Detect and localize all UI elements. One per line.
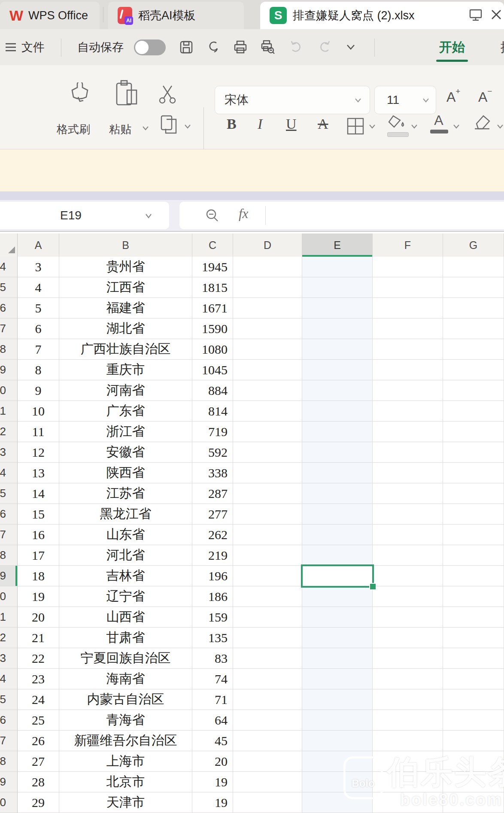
cell-C22[interactable]: 135 (192, 628, 233, 648)
row-header-19[interactable]: 19 (0, 566, 18, 586)
cell-D30[interactable] (233, 792, 302, 813)
font-size-chevron-icon[interactable] (422, 97, 430, 103)
cell-G9[interactable] (443, 360, 504, 380)
cell-B6[interactable]: 福建省 (59, 298, 192, 319)
cell-C29[interactable]: 19 (192, 772, 233, 792)
cell-B5[interactable]: 江西省 (59, 277, 192, 298)
strikethrough-button[interactable]: A (318, 116, 328, 132)
cell-A17[interactable]: 16 (18, 525, 59, 545)
cell-E6[interactable] (302, 298, 373, 319)
cell-D26[interactable] (233, 710, 302, 731)
cell-E25[interactable] (302, 689, 373, 710)
row-header-21[interactable]: 21 (0, 607, 18, 628)
cell-F23[interactable] (373, 648, 443, 669)
cell-G20[interactable] (443, 586, 504, 607)
fill-color-chevron-icon[interactable] (410, 124, 418, 130)
formula-input[interactable]: fx (179, 202, 504, 229)
ribbon-tab-next-partial[interactable]: 插入 (501, 39, 504, 56)
font-size-combo[interactable]: 11 (374, 86, 436, 114)
row-header-23[interactable]: 23 (0, 648, 18, 669)
cell-D24[interactable] (233, 669, 302, 689)
cell-A13[interactable]: 12 (18, 442, 59, 463)
borders-icon[interactable] (345, 116, 366, 137)
cell-E20[interactable] (302, 586, 373, 607)
cell-B29[interactable]: 北京市 (59, 772, 192, 792)
row-header-20[interactable]: 20 (0, 586, 18, 607)
cell-E22[interactable] (302, 628, 373, 648)
cell-F8[interactable] (373, 339, 443, 360)
cell-A4[interactable]: 3 (18, 257, 59, 277)
cell-D20[interactable] (233, 586, 302, 607)
tab-docer[interactable]: AI 稻壳AI模板 (108, 2, 244, 29)
cell-B13[interactable]: 安徽省 (59, 442, 192, 463)
cell-C18[interactable]: 219 (192, 545, 233, 566)
cell-D23[interactable] (233, 648, 302, 669)
increase-font-button[interactable]: A+ (446, 89, 460, 105)
cell-A8[interactable]: 7 (18, 339, 59, 360)
selection-box[interactable] (301, 564, 374, 588)
cell-B12[interactable]: 浙江省 (59, 422, 192, 442)
row-header-7[interactable]: 7 (0, 319, 18, 339)
cell-F21[interactable] (373, 607, 443, 628)
cell-G29[interactable] (443, 772, 504, 792)
cell-F12[interactable] (373, 422, 443, 442)
cell-D4[interactable] (233, 257, 302, 277)
cell-C11[interactable]: 814 (192, 401, 233, 422)
cell-G22[interactable] (443, 628, 504, 648)
fill-handle[interactable] (369, 583, 376, 590)
cell-D16[interactable] (233, 504, 302, 525)
cell-C25[interactable]: 71 (192, 689, 233, 710)
close-icon[interactable] (488, 6, 504, 23)
cell-E27[interactable] (302, 731, 373, 751)
cell-A24[interactable]: 23 (18, 669, 59, 689)
italic-button[interactable]: I (258, 116, 262, 132)
row-header-16[interactable]: 16 (0, 504, 18, 525)
cell-F7[interactable] (373, 319, 443, 339)
cell-A5[interactable]: 4 (18, 277, 59, 298)
cell-F20[interactable] (373, 586, 443, 607)
cell-F6[interactable] (373, 298, 443, 319)
cell-B7[interactable]: 湖北省 (59, 319, 192, 339)
name-box-chevron-icon[interactable] (144, 213, 153, 219)
cell-B4[interactable]: 贵州省 (59, 257, 192, 277)
cell-A6[interactable]: 5 (18, 298, 59, 319)
format-painter-label[interactable]: 格式刷 (57, 122, 90, 137)
cell-C4[interactable]: 1945 (192, 257, 233, 277)
copy-chevron-icon[interactable] (184, 124, 191, 130)
cell-B22[interactable]: 甘肃省 (59, 628, 192, 648)
fill-color-icon[interactable] (386, 113, 408, 130)
cell-C23[interactable]: 83 (192, 648, 233, 669)
row-header-8[interactable]: 8 (0, 339, 18, 360)
paste-chevron-icon[interactable] (142, 125, 149, 131)
cell-A28[interactable]: 27 (18, 751, 59, 772)
cell-F10[interactable] (373, 380, 443, 401)
cell-C8[interactable]: 1080 (192, 339, 233, 360)
cell-F9[interactable] (373, 360, 443, 380)
cell-E21[interactable] (302, 607, 373, 628)
monitor-icon[interactable] (467, 6, 484, 23)
cut-icon[interactable] (156, 83, 179, 105)
cell-G19[interactable] (443, 566, 504, 586)
cell-D29[interactable] (233, 772, 302, 792)
underline-button[interactable]: U (286, 116, 297, 132)
row-header-15[interactable]: 15 (0, 483, 18, 504)
tab-wps-office[interactable]: W WPS Office (0, 2, 100, 29)
cell-C21[interactable]: 159 (192, 607, 233, 628)
row-header-12[interactable]: 12 (0, 422, 18, 442)
cell-C27[interactable]: 45 (192, 731, 233, 751)
cell-B26[interactable]: 青海省 (59, 710, 192, 731)
redo-button[interactable] (316, 39, 333, 56)
cell-A7[interactable]: 6 (18, 319, 59, 339)
cell-F13[interactable] (373, 442, 443, 463)
cell-F11[interactable] (373, 401, 443, 422)
cell-B14[interactable]: 陕西省 (59, 463, 192, 483)
column-header-E[interactable]: E (302, 234, 373, 257)
cell-G24[interactable] (443, 669, 504, 689)
cell-F22[interactable] (373, 628, 443, 648)
cell-E10[interactable] (302, 380, 373, 401)
cell-D6[interactable] (233, 298, 302, 319)
cell-F14[interactable] (373, 463, 443, 483)
cell-E7[interactable] (302, 319, 373, 339)
cell-G16[interactable] (443, 504, 504, 525)
cell-G7[interactable] (443, 319, 504, 339)
